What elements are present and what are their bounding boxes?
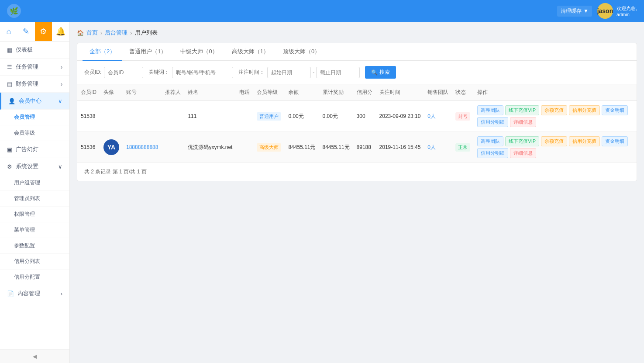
- account-link[interactable]: 18888888888: [126, 144, 158, 150]
- keyword-input[interactable]: [172, 67, 233, 78]
- cell-name: 优洗源码yxymk.net: [184, 132, 236, 163]
- member-id-input[interactable]: [104, 67, 143, 78]
- action-btn[interactable]: 调整团队: [477, 136, 503, 146]
- col-member-id: 会员ID: [77, 84, 100, 101]
- cell-cumulative: 84455.11元: [319, 132, 353, 163]
- user-id-text: jason: [597, 7, 613, 14]
- dropdown-arrow-icon: ▼: [583, 8, 589, 14]
- sidebar-icon-edit[interactable]: ✎: [17, 22, 35, 41]
- clear-cache-button[interactable]: 清理缓存 ▼: [557, 6, 592, 17]
- table-row: 51538 111 普通用户 0.00元 0.00元 300 2023-09-0…: [77, 101, 637, 132]
- sidebar-icon-home[interactable]: ⌂: [0, 22, 17, 41]
- team-link[interactable]: 0人: [427, 144, 436, 150]
- tab-top[interactable]: 顶级大师（0）: [276, 43, 327, 61]
- col-account: 账号: [123, 84, 162, 101]
- action-btn[interactable]: 资金明细: [602, 136, 628, 146]
- action-btn[interactable]: 线下充值VIP: [505, 105, 539, 115]
- date-separator: -: [313, 69, 314, 76]
- action-btn[interactable]: 信用分充值: [569, 136, 600, 146]
- sidebar-submenu-label: 参数配置: [14, 242, 35, 249]
- action-btn[interactable]: 详细信息: [510, 148, 536, 158]
- tab-mid[interactable]: 中级大师（0）: [173, 43, 224, 61]
- col-reg-time: 关注时间: [376, 84, 424, 101]
- tab-normal[interactable]: 普通用户（1）: [122, 43, 173, 61]
- tabs: 全部（2） 普通用户（1） 中级大师（0） 高级大师（1） 顶级大师（0）: [77, 43, 637, 61]
- sidebar-icon-bell[interactable]: 🔔: [52, 22, 69, 41]
- action-btn[interactable]: 余额充值: [541, 105, 567, 115]
- col-credit: 信用分: [353, 84, 376, 101]
- cell-credit: 300: [353, 101, 376, 132]
- team-link[interactable]: 0人: [427, 113, 436, 119]
- action-btn[interactable]: 信用分充值: [569, 105, 600, 115]
- filter-bar: 会员ID: 关键词： 注注时间： - 🔍 搜索: [77, 61, 637, 84]
- sidebar-item-content-left: 📄 内容管理: [7, 290, 40, 297]
- tab-high[interactable]: 高级大师（1）: [225, 43, 276, 61]
- sidebar-item-member-center[interactable]: 👤 会员中心 ∨: [0, 93, 69, 110]
- cell-avatar: [100, 101, 123, 132]
- sidebar-item-ad[interactable]: ▣ 广告幻灯: [0, 141, 69, 158]
- sidebar-collapse-button[interactable]: ◀: [0, 349, 69, 363]
- breadcrumb: 🏠 首页 › 后台管理 › 用户列表: [77, 29, 637, 37]
- chevron-down-icon-member: ∨: [58, 98, 62, 104]
- table-row: 51536 YA 18888888888 优洗源码yxymk.net 高级大师 …: [77, 132, 637, 163]
- sidebar-item-param-config[interactable]: 参数配置: [0, 238, 69, 254]
- cell-level: 普通用户: [253, 101, 285, 132]
- tab-all[interactable]: 全部（2）: [83, 43, 122, 61]
- sidebar-item-content[interactable]: 📄 内容管理 ›: [0, 285, 69, 302]
- sidebar-item-admin-list[interactable]: 管理员列表: [0, 191, 69, 207]
- action-btn[interactable]: 调整团队: [477, 105, 503, 115]
- table-body: 51538 111 普通用户 0.00元 0.00元 300 2023-09-0…: [77, 101, 637, 163]
- cell-balance: 84455.11元: [285, 132, 319, 163]
- user-info: 欢迎光临, admin: [616, 5, 637, 17]
- dashboard-icon: ▦: [7, 47, 12, 53]
- member-avatar: YA: [103, 139, 119, 155]
- cell-actions: 调整团队线下充值VIP余额充值信用分充值资金明细信用分明细详细信息: [474, 132, 637, 163]
- action-btn[interactable]: 线下充值VIP: [505, 136, 539, 146]
- reg-time-label: 注注时间：: [238, 69, 265, 76]
- sidebar-submenu-label: 信用分配置: [14, 273, 40, 281]
- sidebar-item-menu-manage[interactable]: 菜单管理: [0, 222, 69, 238]
- table-header: 会员ID 头像 账号 推荐人 姓名 电话 会员等级 余额 累计奖励 信用分 关注…: [77, 84, 637, 101]
- sidebar-item-task[interactable]: ☰ 任务管理 ›: [0, 59, 69, 76]
- cell-phone: [236, 132, 253, 163]
- sidebar-item-member-left: 👤 会员中心: [8, 97, 41, 105]
- col-referrer: 推荐人: [162, 84, 184, 101]
- sidebar-top-icons: ⌂ ✎ ⚙ 🔔: [0, 22, 69, 41]
- sidebar-item-member-level[interactable]: 会员等级: [0, 125, 69, 141]
- sidebar-submenu-label: 权限管理: [14, 211, 35, 218]
- search-button[interactable]: 🔍 搜索: [365, 66, 396, 79]
- action-btn[interactable]: 详细信息: [510, 117, 536, 127]
- breadcrumb-home[interactable]: 首页: [86, 29, 98, 37]
- sidebar-item-dashboard[interactable]: ▦ 仪表板: [0, 41, 69, 59]
- breadcrumb-admin[interactable]: 后台管理: [105, 29, 127, 37]
- action-btn[interactable]: 余额充值: [541, 136, 567, 146]
- sidebar-item-credit-config[interactable]: 信用分配置: [0, 270, 69, 285]
- sidebar-item-content-label: 内容管理: [17, 290, 40, 297]
- system-icon: ⚙: [7, 163, 12, 170]
- sidebar-item-permission[interactable]: 权限管理: [0, 207, 69, 222]
- sidebar-item-label: 仪表板: [16, 46, 33, 54]
- sidebar-item-credit-list[interactable]: 信用分列表: [0, 254, 69, 270]
- action-btn[interactable]: 信用分明细: [477, 117, 508, 127]
- end-date-input[interactable]: [316, 67, 360, 78]
- col-cumulative: 累计奖励: [319, 84, 353, 101]
- sidebar-submenu-label: 用户组管理: [14, 179, 40, 187]
- sidebar-item-member-manage[interactable]: 会员管理: [0, 110, 69, 125]
- cell-referrer: [162, 132, 184, 163]
- sidebar-item-finance[interactable]: ▤ 财务管理 ›: [0, 76, 69, 93]
- user-area: jason 欢迎光临, admin: [597, 3, 637, 19]
- sidebar-item-task-left: ☰ 任务管理: [7, 63, 38, 71]
- cell-account: 18888888888: [123, 132, 162, 163]
- avatar: jason: [597, 3, 613, 19]
- top-navbar-left: 🌿: [7, 4, 21, 18]
- cell-reg-time: 2023-09-09 23:10: [376, 101, 424, 132]
- start-date-input[interactable]: [267, 67, 311, 78]
- action-btn[interactable]: 信用分明细: [477, 148, 508, 158]
- chevron-down-icon-finance: ›: [61, 81, 62, 87]
- ad-icon: ▣: [7, 146, 12, 153]
- sidebar-item-user-group[interactable]: 用户组管理: [0, 175, 69, 191]
- member-table-container: 会员ID 头像 账号 推荐人 姓名 电话 会员等级 余额 累计奖励 信用分 关注…: [77, 84, 637, 163]
- action-btn[interactable]: 资金明细: [602, 105, 628, 115]
- sidebar-item-system[interactable]: ⚙ 系统设置 ∨: [0, 158, 69, 175]
- sidebar-icon-gift[interactable]: ⚙: [35, 22, 52, 41]
